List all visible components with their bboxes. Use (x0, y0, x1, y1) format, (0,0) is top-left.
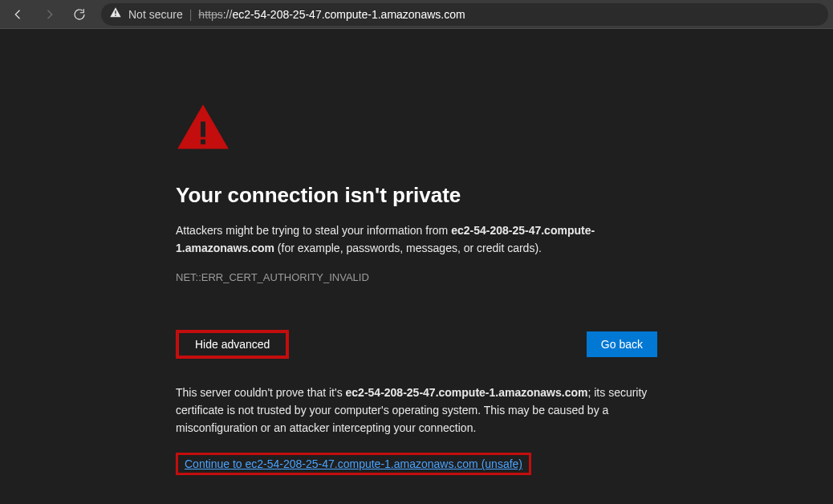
separator: | (189, 8, 193, 21)
warn-suffix: (for example, passwords, messages, or cr… (274, 242, 542, 254)
button-row: Hide advanced Go back (176, 330, 657, 359)
warning-triangle-icon (176, 101, 657, 156)
warning-paragraph: Attackers might be trying to steal your … (176, 222, 657, 257)
svg-rect-3 (201, 140, 205, 144)
url-scheme: https (198, 8, 222, 21)
ssl-error-page: Your connection isn't private Attackers … (0, 29, 833, 475)
url-sep: :// (223, 8, 233, 21)
forward-button[interactable] (35, 2, 63, 26)
url-display: https://ec2-54-208-25-47.compute-1.amazo… (198, 8, 465, 21)
error-code: NET::ERR_CERT_AUTHORITY_INVALID (176, 271, 657, 283)
page-title: Your connection isn't private (176, 183, 657, 208)
url-host: ec2-54-208-25-47.compute-1.amazonaws.com (232, 8, 465, 21)
adv-host: ec2-54-208-25-47.compute-1.amazonaws.com (346, 386, 588, 399)
address-bar[interactable]: Not secure | https://ec2-54-208-25-47.co… (101, 3, 828, 26)
hide-advanced-button[interactable]: Hide advanced (176, 330, 289, 359)
not-secure-label: Not secure (128, 8, 183, 21)
svg-rect-1 (115, 15, 116, 16)
proceed-row: Continue to ec2-54-208-25-47.compute-1.a… (176, 453, 657, 475)
svg-rect-0 (115, 10, 116, 14)
proceed-unsafe-link[interactable]: Continue to ec2-54-208-25-47.compute-1.a… (176, 453, 531, 475)
reload-button[interactable] (66, 2, 93, 26)
not-secure-icon (109, 6, 122, 22)
adv-prefix: This server couldn't prove that it's (176, 386, 346, 399)
advanced-paragraph: This server couldn't prove that it's ec2… (176, 384, 657, 437)
browser-toolbar: Not secure | https://ec2-54-208-25-47.co… (0, 0, 833, 29)
back-button[interactable] (5, 2, 32, 26)
interstitial-container: Your connection isn't private Attackers … (176, 101, 657, 475)
svg-rect-2 (201, 122, 205, 137)
go-back-button[interactable]: Go back (587, 331, 657, 357)
warn-prefix: Attackers might be trying to steal your … (176, 224, 451, 237)
